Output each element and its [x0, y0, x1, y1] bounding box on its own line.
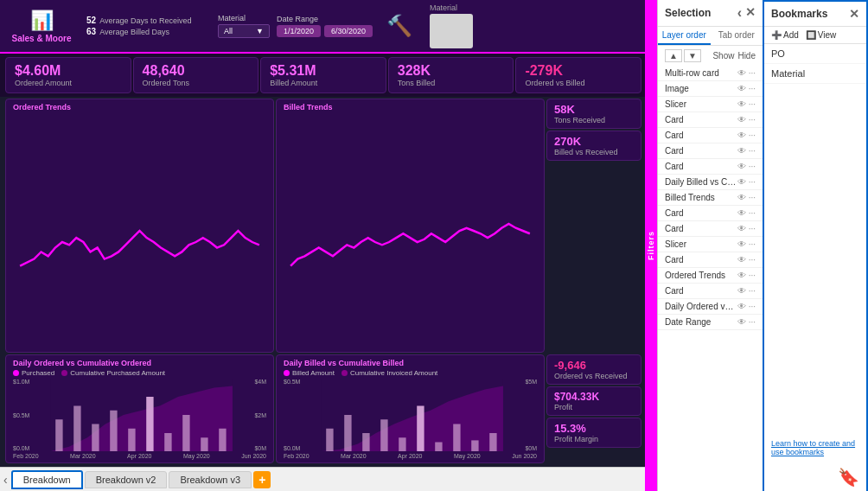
- list-item[interactable]: Ordered Trends 👁 ···: [658, 268, 763, 284]
- arrow-down-icon[interactable]: ▼: [684, 49, 701, 62]
- list-item[interactable]: Card 👁 ···: [658, 252, 763, 268]
- more-icon: ···: [749, 162, 756, 171]
- x-label-1-2: Apr 2020: [398, 453, 422, 459]
- selection-panel: Selection ‹ ✕ Layer order Tab order: [657, 0, 763, 491]
- x-label-0-0: Feb 2020: [13, 453, 39, 459]
- svg-rect-10: [201, 437, 208, 451]
- more-icon: ···: [749, 115, 756, 124]
- logo-text: Sales & Moore: [12, 34, 72, 43]
- list-item[interactable]: Billed Trends 👁 ···: [658, 190, 763, 206]
- eye-icon: 👁: [737, 177, 746, 187]
- layer-name: Multi-row card: [665, 68, 737, 78]
- list-item[interactable]: Daily Ordered vs Cu... 👁 ···: [658, 299, 763, 315]
- arrow-controls: ▲ ▼: [665, 49, 701, 62]
- svg-rect-15: [345, 415, 352, 451]
- y-label-0-0: $1.0M: [13, 379, 29, 385]
- eye-icon: 👁: [737, 115, 746, 124]
- cum-purchased-dot: [61, 370, 67, 376]
- material-filter-group: Material All ▼: [218, 14, 270, 38]
- right-kpi-label-2: Ordered vs Received: [554, 372, 634, 380]
- svg-rect-7: [147, 397, 154, 451]
- list-item[interactable]: Daily Billed vs Cumul... 👁 ···: [658, 175, 763, 190]
- tab-breakdown-v2-label: Breakdown v2: [96, 475, 156, 485]
- layer-name: Card: [665, 208, 737, 218]
- y-label-r0-1: $2M: [254, 412, 266, 418]
- purchased-dot: [13, 370, 19, 376]
- list-item[interactable]: Card 👁 ···: [658, 206, 763, 221]
- list-item[interactable]: Card 👁 ···: [658, 112, 763, 128]
- svg-rect-20: [436, 443, 443, 452]
- more-icon: ···: [749, 302, 756, 311]
- right-panels: Selection ‹ ✕ Layer order Tab order: [657, 0, 868, 491]
- material-dropdown[interactable]: All ▼: [218, 24, 270, 38]
- list-item[interactable]: Multi-row card 👁 ···: [658, 66, 763, 81]
- tab-breakdown-v2[interactable]: Breakdown v2: [85, 471, 168, 488]
- date-end-pill[interactable]: 6/30/2020: [324, 25, 373, 37]
- view-icon: 🔲: [806, 30, 816, 40]
- eye-icon: 👁: [737, 99, 746, 109]
- dashboard-content: 📊 Sales & Moore 52 Average Days to Recei…: [0, 0, 657, 467]
- list-item[interactable]: Card 👁 ···: [658, 284, 763, 299]
- daily-billed-body: $0.5M $0.0M: [284, 379, 537, 451]
- arrow-up-icon[interactable]: ▲: [665, 49, 682, 62]
- list-item[interactable]: Image 👁 ···: [658, 81, 763, 97]
- selection-panel-title: Selection: [665, 7, 711, 19]
- bookmarks-view-button[interactable]: 🔲 View: [806, 30, 837, 40]
- right-kpi-label-4: Profit Margin: [554, 435, 634, 443]
- logo-icon: 📊: [30, 10, 54, 32]
- tab-breakdown-v3[interactable]: Breakdown v3: [169, 471, 252, 488]
- daily-ordered-chart: Daily Ordered vs Cumulative Ordered Purc…: [5, 354, 274, 463]
- tab-add-button[interactable]: +: [253, 471, 271, 488]
- selection-collapse-icon[interactable]: ‹: [737, 5, 742, 21]
- list-item[interactable]: Slicer 👁 ···: [658, 97, 763, 112]
- bookmarks-learn-link[interactable]: Learn how to create and use bookmarks: [764, 432, 866, 463]
- cum-invoiced-dot: [341, 370, 348, 376]
- bookmarks-close-button[interactable]: ✕: [849, 7, 859, 21]
- layer-name: Billed Trends: [665, 193, 737, 202]
- selection-tab-tab-order[interactable]: Tab order: [711, 27, 763, 45]
- more-icon: ···: [749, 317, 756, 327]
- svg-rect-5: [111, 411, 118, 451]
- svg-rect-6: [129, 429, 136, 451]
- svg-rect-19: [418, 406, 424, 452]
- right-kpi-value-4: 15.3%: [554, 422, 634, 435]
- bookmarks-panel: Bookmarks ✕ ➕ Add 🔲 View PO: [763, 0, 868, 491]
- list-item[interactable]: Card 👁 ···: [658, 143, 763, 159]
- date-filter-group: Date Range 1/1/2020 6/30/2020: [277, 15, 373, 37]
- legend-billed-amount: Billed Amount: [284, 369, 335, 377]
- y-label-r1-1: $0M: [525, 445, 537, 451]
- list-item[interactable]: Card 👁 ···: [658, 221, 763, 237]
- layer-list: Multi-row card 👁 ··· Image 👁 ···: [658, 66, 763, 491]
- layer-icons: 👁 ···: [737, 68, 756, 78]
- bookmarks-add-button[interactable]: ➕ Add: [771, 30, 799, 40]
- kpi-card-2: $5.31M Billed Amount: [260, 57, 386, 93]
- bookmark-item-po[interactable]: PO: [764, 44, 866, 64]
- tab-scroll-left[interactable]: ‹: [3, 473, 8, 487]
- date-start-pill[interactable]: 1/1/2020: [277, 25, 321, 37]
- selection-tab-layer-order[interactable]: Layer order: [658, 27, 711, 45]
- right-kpi-value-1: 270K: [554, 135, 634, 148]
- layer-name: Daily Ordered vs Cu...: [665, 302, 737, 311]
- layer-icons: 👁 ···: [737, 84, 756, 93]
- eye-icon: 👁: [737, 208, 746, 218]
- selection-close-button[interactable]: ✕: [745, 5, 756, 21]
- x-axis-1: Feb 2020 Mar 2020 Apr 2020 May 2020 Jun …: [284, 451, 537, 459]
- tab-breakdown-v3-label: Breakdown v3: [180, 475, 240, 485]
- svg-rect-11: [220, 429, 227, 451]
- layer-name: Date Range: [665, 317, 737, 327]
- list-item[interactable]: Card 👁 ···: [658, 128, 763, 143]
- right-kpi-1: 270K Billed vs Received: [546, 131, 641, 161]
- list-item[interactable]: Slicer 👁 ···: [658, 237, 763, 252]
- dashboard-header: 📊 Sales & Moore 52 Average Days to Recei…: [0, 0, 657, 54]
- billed-trends-title: Billed Trends: [284, 103, 537, 112]
- filters-strip[interactable]: Filters: [645, 0, 657, 491]
- bookmark-item-material[interactable]: Material: [764, 64, 866, 84]
- list-item[interactable]: Date Range 👁 ···: [658, 315, 763, 330]
- tab-breakdown[interactable]: Breakdown: [11, 470, 83, 489]
- more-icon: ···: [749, 177, 756, 187]
- list-item[interactable]: Card 👁 ···: [658, 159, 763, 175]
- bookmarks-panel-title: Bookmarks: [771, 8, 827, 20]
- ordered-trends-title: Ordered Trends: [13, 103, 266, 112]
- more-icon: ···: [749, 193, 756, 202]
- selection-panel-header: Selection ‹ ✕: [658, 0, 763, 27]
